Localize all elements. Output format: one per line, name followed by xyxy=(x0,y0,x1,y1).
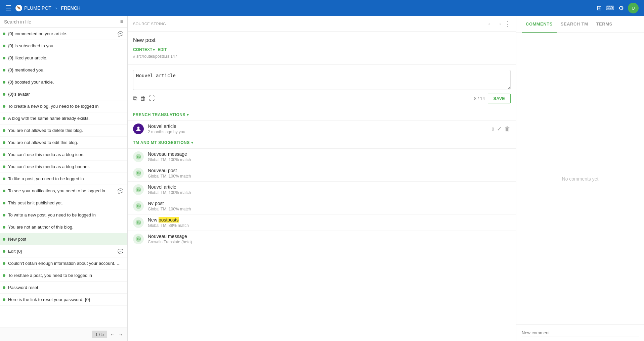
string-text: Edit {0} xyxy=(8,249,115,254)
status-dot xyxy=(3,226,5,229)
list-item[interactable]: To see your notifications, you need to b… xyxy=(0,185,127,197)
list-item[interactable]: New post xyxy=(0,233,127,245)
string-text: This post isn't published yet. xyxy=(8,200,123,205)
tm-avatar: TM xyxy=(133,234,144,244)
svg-text:TM: TM xyxy=(137,221,141,224)
tab-comments[interactable]: COMMENTS xyxy=(522,16,557,33)
suggestion-source: Global TM, 88% match xyxy=(148,223,511,228)
list-item[interactable]: To write a new post, you need to be logg… xyxy=(0,209,127,221)
suggestion-text: New postposts xyxy=(148,217,511,223)
approve-icon[interactable]: ✓ xyxy=(497,125,502,133)
list-item[interactable]: To like a post, you need to be logged in xyxy=(0,173,127,185)
string-text: You can't use this media as a blog icon. xyxy=(8,152,123,157)
translation-input[interactable] xyxy=(133,70,511,90)
translations-section: FRENCH TRANSLATIONS ▾ Nouvel article 2 m… xyxy=(128,109,516,341)
list-item[interactable]: To create a new blog, you need to be log… xyxy=(0,100,127,112)
keyboard-icon[interactable]: ⌨ xyxy=(606,4,614,12)
list-item[interactable]: Couldn't obtain enough information about… xyxy=(0,257,127,270)
save-button[interactable]: SAVE xyxy=(488,94,511,103)
string-text: {0} commented on your article. xyxy=(8,31,115,36)
suggestion-content: Nouveau message Global TM, 100% match xyxy=(148,151,511,162)
more-options-icon[interactable]: ⋮ xyxy=(505,20,511,28)
list-item[interactable]: You can't use this media as a blog icon. xyxy=(0,149,127,161)
source-string-label: SOURCE STRING xyxy=(133,22,487,26)
list-item[interactable]: Edit {0} 💬 xyxy=(0,245,127,257)
list-item[interactable]: This post isn't published yet. xyxy=(0,197,127,209)
status-dot xyxy=(3,93,5,96)
context-button[interactable]: CONTEXT ▾ xyxy=(133,47,155,52)
left-sidebar: ≡ {0} commented on your article. 💬 {0} i… xyxy=(0,16,128,341)
suggestion-entry[interactable]: TM Nv post Global TM, 100% match xyxy=(128,198,516,214)
suggestions-container: TM Nouveau message Global TM, 100% match… xyxy=(128,148,516,247)
french-translations-label: FRENCH TRANSLATIONS xyxy=(133,112,185,117)
vote-count: 0 xyxy=(492,127,494,132)
right-panel: COMMENTSSEARCH TMTERMS No comments yet xyxy=(516,16,644,341)
new-comment-bar xyxy=(516,325,644,341)
string-text: You can't use this media as a blog banne… xyxy=(8,164,123,169)
context-row: CONTEXT ▾ EDIT xyxy=(133,47,511,52)
filter-icon[interactable]: ≡ xyxy=(120,19,123,25)
suggestion-entry[interactable]: TM Nouvel article Global TM, 100% match xyxy=(128,181,516,198)
suggestion-text: Nouveau message xyxy=(148,234,511,239)
status-dot xyxy=(3,274,5,277)
delete-icon[interactable]: 🗑 xyxy=(505,126,511,133)
suggestion-text: Nouveau message xyxy=(148,151,511,157)
new-comment-input[interactable] xyxy=(522,329,639,337)
string-text: {0} mentioned you. xyxy=(8,67,123,72)
tm-suggestions-header: TM AND MT SUGGESTIONS ▾ xyxy=(128,137,516,148)
suggestion-entry[interactable]: TM Nouveau message Global TM, 100% match xyxy=(128,148,516,165)
char-count: 8 / 14 xyxy=(474,96,485,101)
suggestion-source: Global TM, 100% match xyxy=(148,190,511,195)
status-dot xyxy=(3,45,5,47)
prev-page-button[interactable]: ← xyxy=(110,332,115,338)
suggestion-content: Nv post Global TM, 100% match xyxy=(148,201,511,211)
suggestion-entry[interactable]: TM Nouveau message Crowdin Translate (be… xyxy=(128,231,516,247)
hamburger-icon[interactable]: ☰ xyxy=(5,4,11,12)
top-nav-icons: ⊞ ⌨ ⚙ U xyxy=(597,3,639,13)
status-dot xyxy=(3,57,5,59)
list-item[interactable]: Here is the link to reset your password:… xyxy=(0,294,127,306)
list-item[interactable]: {0} boosted your article. xyxy=(0,76,127,88)
list-item[interactable]: To reshare a post, you need to be logged… xyxy=(0,270,127,282)
comment-icon: 💬 xyxy=(118,249,123,254)
list-item[interactable]: {0} mentioned you. xyxy=(0,64,127,76)
tm-avatar: TM xyxy=(133,151,144,162)
translation-editor: ⧉ 🗑 ⛶ 8 / 14 SAVE xyxy=(128,64,516,109)
user-avatar[interactable]: U xyxy=(628,3,639,13)
list-item[interactable]: {0}'s avatar xyxy=(0,88,127,100)
tm-suggestions-chevron[interactable]: ▾ xyxy=(191,140,193,145)
french-translations-header: FRENCH TRANSLATIONS ▾ xyxy=(128,109,516,120)
edit-button[interactable]: EDIT xyxy=(158,47,167,52)
tab-terms[interactable]: TERMS xyxy=(592,16,616,33)
list-item[interactable]: Password reset xyxy=(0,282,127,294)
search-input[interactable] xyxy=(4,19,118,25)
suggestion-entry[interactable]: TM New postposts Global TM, 88% match xyxy=(128,214,516,231)
string-text: To create a new blog, you need to be log… xyxy=(8,104,123,109)
suggestion-entry[interactable]: TM Nouveau post Global TM, 100% match xyxy=(128,165,516,181)
french-translations-chevron[interactable]: ▾ xyxy=(187,112,189,117)
list-item[interactable]: You can't use this media as a blog banne… xyxy=(0,161,127,173)
list-item[interactable]: You are not an author of this blog. xyxy=(0,221,127,233)
list-item[interactable]: {0} liked your article. xyxy=(0,52,127,64)
list-item[interactable]: A blog with the same name already exists… xyxy=(0,112,127,125)
list-item[interactable]: You are not allowed to delete this blog. xyxy=(0,125,127,137)
clear-icon[interactable]: 🗑 xyxy=(140,95,146,102)
brand: 🪶 PLUME.POT xyxy=(15,5,51,11)
list-item[interactable]: {0} is subscribed to you. xyxy=(0,40,127,52)
expand-icon[interactable]: ⛶ xyxy=(149,95,155,102)
list-item[interactable]: {0} commented on your article. 💬 xyxy=(0,28,127,40)
layout-icon[interactable]: ⊞ xyxy=(597,4,602,12)
list-item[interactable]: You are not allowed to edit this blog. xyxy=(0,137,127,149)
prev-string-button[interactable]: ← xyxy=(487,20,493,28)
string-text: {0} liked your article. xyxy=(8,55,123,60)
string-text: To reshare a post, you need to be logged… xyxy=(8,273,123,278)
status-dot xyxy=(3,202,5,204)
settings-icon[interactable]: ⚙ xyxy=(618,4,624,12)
next-page-button[interactable]: → xyxy=(118,332,123,338)
source-text: New post xyxy=(133,37,511,43)
tab-search-tm[interactable]: SEARCH TM xyxy=(557,16,592,33)
copy-source-icon[interactable]: ⧉ xyxy=(133,95,137,102)
status-dot xyxy=(3,117,5,120)
next-string-button[interactable]: → xyxy=(496,20,502,28)
source-nav-icons: ← → ⋮ xyxy=(487,20,511,28)
